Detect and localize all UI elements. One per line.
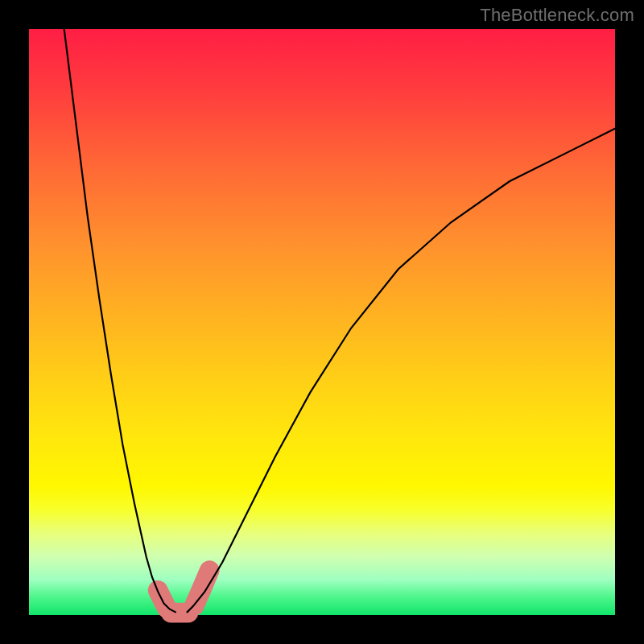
chart-frame: TheBottleneck.com [0,0,644,644]
curve-right [188,129,615,613]
chart-svg [29,29,615,615]
plot-area [29,29,615,615]
attribution-text: TheBottleneck.com [480,5,634,26]
curve-left [64,29,175,612]
